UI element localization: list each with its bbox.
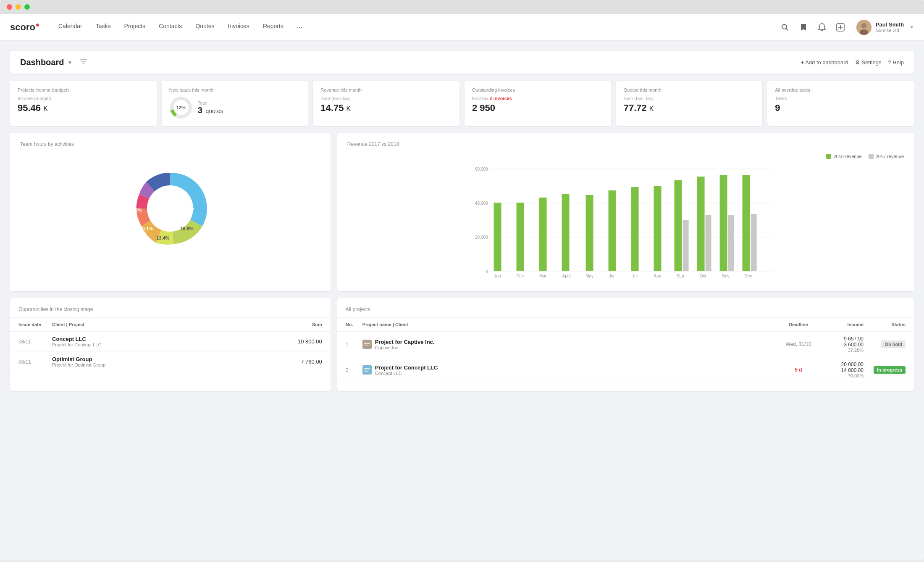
notification-icon[interactable] [816, 21, 828, 33]
kpi-new-leads-label: New leads this month [169, 87, 301, 92]
donut-mini: 12% [169, 96, 193, 119]
logo-text: scoro [10, 22, 35, 33]
kpi-total-value: 3 [198, 106, 202, 115]
svg-text:Oct: Oct [700, 274, 706, 278]
help-button[interactable]: ? Help [888, 59, 904, 66]
projects-title: All projects [337, 306, 914, 318]
proj-col-income: Income [822, 322, 864, 327]
nav-tasks[interactable]: Tasks [90, 19, 117, 35]
user-dropdown-icon: ▼ [910, 25, 914, 29]
proj-col-status: Status [864, 322, 906, 327]
logo[interactable]: scoro [10, 22, 39, 33]
add-icon[interactable] [835, 21, 846, 33]
kpi-invoices-highlight: 2 invoices [490, 96, 512, 101]
kpi-quoted-value: 77.72 K [624, 103, 755, 113]
svg-text:Jun: Jun [609, 274, 615, 278]
proj-row-2: 2 Project for Concept LLC Concept LLC [337, 357, 914, 383]
svg-rect-39 [674, 180, 682, 271]
svg-rect-37 [654, 186, 661, 271]
proj-row-1-status: On hold [881, 340, 906, 348]
kpi-donut-area: 12% Total 3 quotes [169, 96, 301, 119]
svg-rect-49 [751, 214, 756, 271]
kpi-invoices-value: 2 950 [472, 103, 604, 113]
nav-invoices[interactable]: Invoices [222, 19, 255, 35]
svg-rect-53 [364, 345, 368, 346]
proj-row-1-icon [362, 340, 372, 349]
proj-row-1-income-pct: 37.28% [822, 348, 864, 353]
proj-row-1-deadline: Wed, 31/10 [775, 341, 822, 347]
kpi-projects-income-sublabel: Income (budget) [18, 96, 149, 101]
app-wrapper: scoro Calendar Tasks Projects Contacts Q… [0, 14, 924, 560]
opps-row-2-project: Project for Optimist Group [52, 362, 289, 367]
nav-quotes[interactable]: Quotes [189, 19, 220, 35]
proj-row-1-num: 1 [346, 341, 362, 348]
proj-row-1-client: Captive Inc. [375, 345, 435, 350]
segment-label-67: 6.7% [132, 208, 142, 213]
projects-card: All projects No. Project name | Client D… [337, 298, 914, 391]
legend-label-2018: 2018 revenue [833, 154, 861, 159]
kpi-tasks-label: All overdue tasks [775, 87, 906, 92]
charts-row: Team hours by activities [10, 133, 914, 291]
kpi-projects-income: Projects income (budget) Income (budget)… [10, 81, 157, 126]
kpi-donut-text: Total 3 quotes [198, 100, 223, 115]
opps-row-1-project: Project for Concept LLC [52, 342, 289, 347]
opps-row-2-sum: 7 760.00 [289, 359, 322, 365]
add-to-dashboard-button[interactable]: + Add to dashboard [801, 59, 848, 66]
donut-container: 36.9% 16.8% 13.4% 10.1% 6.7% [20, 154, 320, 263]
segment-label-134: 13.4% [156, 235, 169, 240]
kpi-revenue-sublabel: Sum (Excl tax) [320, 96, 452, 101]
legend-label-2017: 2017 revenue [876, 154, 904, 159]
search-icon[interactable] [779, 21, 791, 33]
svg-rect-52 [364, 343, 370, 344]
nav-reports[interactable]: Reports [257, 19, 289, 35]
kpi-invoices-label: Outstanding invoices [472, 87, 604, 92]
nav-links: Calendar Tasks Projects Contacts Quotes … [52, 19, 779, 35]
settings-button[interactable]: ⚙ Settings [855, 59, 882, 66]
segment-label-168: 16.8% [180, 226, 193, 231]
filter-icon[interactable] [80, 58, 87, 67]
donut-chart-card: Team hours by activities [10, 133, 331, 291]
proj-row-1: 1 Project for Captive Inc. Captive Inc. [337, 332, 914, 357]
bar-chart-title: Revenue 2017 vs 2018 [347, 141, 904, 147]
maximize-button[interactable] [24, 4, 30, 10]
nav-projects[interactable]: Projects [118, 19, 152, 35]
legend-dot-2018 [826, 154, 831, 159]
dashboard-dropdown-icon[interactable]: ▼ [67, 60, 72, 66]
svg-text:Feb: Feb [517, 274, 524, 278]
kpi-overdue-tasks: All overdue tasks Tasks 9 [767, 81, 914, 126]
svg-text:Mar: Mar [539, 274, 547, 278]
nav-contacts[interactable]: Contacts [153, 19, 188, 35]
minimize-button[interactable] [16, 4, 21, 10]
proj-row-2-icon [362, 365, 372, 375]
svg-rect-29 [562, 194, 569, 271]
svg-text:Jan: Jan [494, 274, 501, 278]
nav-more[interactable]: ··· [291, 19, 307, 35]
user-name: Paul Smith [876, 21, 904, 28]
proj-row-2-num: 2 [346, 367, 362, 373]
proj-row-2-client: Concept LLC [375, 371, 438, 376]
opps-col-date: Issue date [18, 322, 52, 327]
header-actions: + Add to dashboard ⚙ Settings ? Help [801, 59, 904, 66]
svg-text:0: 0 [486, 269, 488, 274]
kpi-quoted-label: Quoted this month [624, 87, 755, 92]
bookmark-icon[interactable] [798, 21, 809, 33]
proj-row-1-status-area: On hold [864, 340, 906, 348]
svg-rect-35 [631, 187, 638, 271]
svg-text:April: April [562, 274, 570, 278]
proj-col-no: No. [346, 322, 362, 327]
proj-col-name: Project name | Client [362, 322, 775, 327]
proj-row-1-name-text: Project for Captive Inc. Captive Inc. [375, 339, 435, 350]
user-company: Sunrise Ltd [876, 28, 904, 33]
opps-title: Opportunities in the closing stage [10, 306, 331, 318]
segment-label-101: 10.1% [140, 226, 153, 231]
user-area[interactable]: Paul Smith Sunrise Ltd ▼ [856, 20, 914, 35]
bar-chart-card: Revenue 2017 vs 2018 2018 revenue 2017 r… [337, 133, 914, 291]
kpi-projects-income-label: Projects income (budget) [18, 87, 149, 92]
svg-rect-56 [364, 369, 370, 370]
nav-calendar[interactable]: Calendar [52, 19, 88, 35]
kpi-new-leads: New leads this month 12% Total 3 [162, 81, 308, 126]
proj-col-deadline: Deadline [775, 322, 822, 327]
kpi-revenue: Revenue this month Sum (Excl tax) 14.75 … [313, 81, 459, 126]
close-button[interactable] [7, 4, 12, 10]
user-info: Paul Smith Sunrise Ltd [876, 21, 904, 33]
